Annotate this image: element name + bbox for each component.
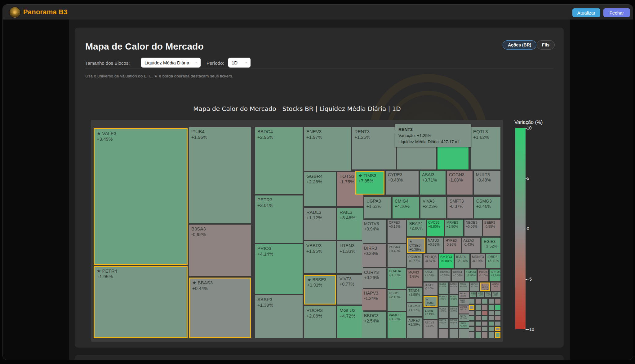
- treemap-cell-CMIG4[interactable]: CMIG4+4.10%: [393, 197, 419, 218]
- treemap-cell[interactable]: [476, 322, 481, 326]
- treemap-cell-GOAU4[interactable]: GOAU4+3.33%: [388, 268, 406, 289]
- treemap-cell-PETR3[interactable]: PETR3+3.01%: [255, 195, 303, 243]
- treemap-cell[interactable]: [482, 299, 487, 304]
- treemap-cell-ITUB3[interactable]: ★ ITUB3+1.58%: [424, 296, 437, 307]
- treemap-cell[interactable]: [495, 327, 500, 331]
- treemap-cell-KEPL3[interactable]: ★ KEPL3-1.37%: [480, 283, 490, 291]
- treemap-cell-BEEF3[interactable]: BEEF3-0.85%: [483, 220, 500, 236]
- treemap-cell-TIMS3[interactable]: ★ TIMS3+7.85%: [355, 171, 384, 195]
- treemap-cell-CSMG3[interactable]: CSMG3+2.46%: [474, 197, 500, 218]
- treemap-cell[interactable]: [459, 329, 469, 338]
- treemap-cell-COGN3[interactable]: COGN3-1.08%: [447, 171, 473, 195]
- treemap-cell[interactable]: [469, 316, 474, 320]
- treemap-cell-UGPA3[interactable]: UGPA3+1.53%: [364, 197, 391, 218]
- treemap-cell-ABCB4[interactable]: ABCB4-0.43%: [459, 292, 469, 298]
- tab-fiis[interactable]: FIIs: [537, 40, 555, 50]
- treemap-cell-LWSA3[interactable]: LWSA3-1.44%: [491, 283, 500, 291]
- treemap-cell[interactable]: [469, 322, 474, 326]
- treemap-cell-SBFG3[interactable]: SBFG3+0.95%: [450, 307, 458, 318]
- treemap-cell[interactable]: [489, 311, 494, 315]
- treemap-cell-SMTO3[interactable]: SMTO3+9.80%: [439, 254, 454, 268]
- treemap-cell-BBSE3[interactable]: ★ BBSE3+1.91%: [304, 275, 336, 305]
- treemap-cell-SLCE3[interactable]: SLCE3+1.65%: [439, 283, 448, 294]
- treemap-cell[interactable]: [495, 322, 500, 326]
- treemap-cell-BBAS3[interactable]: ★ BBAS3+0.44%: [189, 278, 251, 338]
- treemap-cell-ITUB4[interactable]: ITUB4+1.96%: [189, 127, 251, 223]
- treemap-cell[interactable]: [495, 316, 500, 320]
- treemap-cell[interactable]: [489, 305, 494, 310]
- treemap-cell-DXCO3[interactable]: DXCO3+2.44%: [470, 292, 476, 297]
- treemap-cell-HAPV3[interactable]: HAPV3-1.24%: [362, 289, 386, 310]
- treemap-cell[interactable]: [482, 327, 487, 331]
- treemap-cell-VIVT3[interactable]: VIVT3+0.77%: [337, 275, 363, 305]
- treemap-cell[interactable]: [489, 322, 494, 326]
- treemap-cell-UNIP6[interactable]: UNIP6+2.49%: [459, 322, 469, 328]
- treemap-cell-PSSA3[interactable]: PSSA3+0.40%: [388, 244, 406, 267]
- treemap-cell-RADL3[interactable]: RADL3+1.12%: [304, 208, 336, 240]
- treemap-cell-ODPV3[interactable]: ODPV3+0.76%: [470, 283, 479, 291]
- treemap-cell[interactable]: [476, 316, 481, 320]
- treemap-cell[interactable]: [476, 305, 481, 310]
- treemap-cell-ENEV3[interactable]: ENEV3+1.97%: [304, 127, 351, 171]
- treemap-cell-MOVI3[interactable]: MOVI3-1.65%: [407, 270, 422, 287]
- treemap-cell-ISAE4[interactable]: ISAE4+2.14%: [455, 254, 469, 268]
- treemap-cell[interactable]: [489, 299, 494, 304]
- treemap-cell-VIVA3[interactable]: VIVA3+2.23%: [420, 197, 446, 218]
- treemap-cell-GGPS3[interactable]: GGPS3+1.17%: [407, 303, 422, 316]
- treemap-cell-HYPE3[interactable]: HYPE3-0.96%: [444, 238, 461, 253]
- treemap-cell-VAMO3[interactable]: VAMO3+3.88%: [388, 312, 406, 338]
- treemap-cell-CURY3[interactable]: CURY3+0.26%: [362, 268, 386, 288]
- treemap-cell[interactable]: [482, 322, 487, 326]
- treemap-cell-PCAR3[interactable]: PCAR3-1.10%: [478, 270, 488, 281]
- block-size-select[interactable]: Liquidez Média Diária ⌄: [141, 58, 201, 68]
- treemap-cell-MRVE3[interactable]: MRVE3+3.90%: [445, 220, 463, 236]
- treemap-cell-TTEN3[interactable]: TTEN3+1.01%: [459, 283, 469, 291]
- treemap-cell[interactable]: [482, 316, 487, 320]
- treemap-cell-MDNE3[interactable]: MDNE3-0.19%: [471, 254, 485, 268]
- treemap-cell-GMAT3[interactable]: GMAT3+2.96%: [465, 270, 477, 281]
- treemap-cell[interactable]: [469, 332, 474, 338]
- treemap-cell-CVCB3[interactable]: CVCB3+8.80%: [427, 220, 444, 236]
- treemap-cell[interactable]: [469, 299, 474, 304]
- treemap-cell[interactable]: [495, 299, 500, 304]
- treemap-cell-AURE3[interactable]: AURE3+1.39%: [407, 318, 422, 338]
- treemap-cell-BBDC3[interactable]: BBDC3+2.54%: [362, 312, 386, 338]
- treemap-cell-PGMN3[interactable]: PGMN3+2.12%: [439, 295, 448, 306]
- period-select[interactable]: 1D ⌄: [228, 58, 251, 68]
- treemap-cell[interactable]: [495, 305, 500, 310]
- treemap-cell-NATU3[interactable]: NATU3+0.63%: [427, 238, 443, 253]
- treemap-cell-CXSE3[interactable]: ★ CXSE3+0.38%: [407, 238, 425, 253]
- treemap-cell-RAPT4[interactable]: RAPT4+0.93%: [439, 319, 448, 328]
- treemap-cell[interactable]: [482, 332, 487, 338]
- treemap-cell-NEOE3[interactable]: NEOE3+0.06%: [464, 220, 482, 236]
- treemap-cell-ORVR3[interactable]: ORVR3+0.55%: [439, 270, 451, 281]
- treemap-cell-RECV3[interactable]: RECV3-0.18%: [424, 320, 437, 338]
- treemap-cell-CPFE3[interactable]: CPFE3+0.16%: [388, 220, 406, 243]
- treemap-cell-SIMH3[interactable]: SIMH3+2.19%: [424, 308, 437, 319]
- treemap-cell[interactable]: [469, 311, 474, 315]
- treemap-cell-PNVL3[interactable]: PNVL3+1.59%: [492, 292, 500, 297]
- treemap-cell[interactable]: [482, 305, 487, 310]
- treemap-cell-ASAI3[interactable]: ASAI3+3.71%: [420, 171, 446, 195]
- treemap-cell-ANIM3[interactable]: ANIM3+1.04%: [424, 270, 437, 281]
- treemap-cell[interactable]: [489, 327, 494, 331]
- treemap-cell[interactable]: [469, 327, 474, 331]
- treemap-cell[interactable]: [469, 305, 474, 310]
- treemap-cell[interactable]: [476, 299, 481, 304]
- treemap-cell-MGLU3[interactable]: MGLU3+4.72%: [337, 306, 363, 338]
- treemap-cell-PETR4[interactable]: ★ PETR4+1.95%: [94, 266, 188, 338]
- treemap-cell[interactable]: [476, 332, 481, 338]
- treemap-cell-TEND3[interactable]: TEND3+1.99%: [407, 288, 422, 302]
- treemap-cell-RAIL3[interactable]: RAIL3+3.46%: [337, 208, 363, 240]
- treemap-cell-MULT3[interactable]: MULT3+0.48%: [474, 171, 500, 195]
- treemap-cell-SBSP3[interactable]: SBSP3+1.39%: [255, 295, 303, 338]
- close-button[interactable]: Fechar: [603, 8, 630, 17]
- treemap-cell[interactable]: [450, 329, 458, 338]
- treemap-cell[interactable]: [495, 332, 500, 338]
- treemap-cell-IFCM3[interactable]: IFCM3+1.32%: [485, 292, 491, 297]
- treemap-cell[interactable]: [495, 311, 500, 315]
- treemap-cell-RCSL4[interactable]: RCSL4+0.36%: [452, 270, 464, 281]
- treemap-cell-GGBR4[interactable]: GGBR4+2.26%: [304, 172, 336, 206]
- treemap-cell-SEER3[interactable]: SEER3+0.32%: [459, 299, 469, 305]
- treemap-cell-RENT3[interactable]: RENT3+1.25%: [352, 127, 396, 169]
